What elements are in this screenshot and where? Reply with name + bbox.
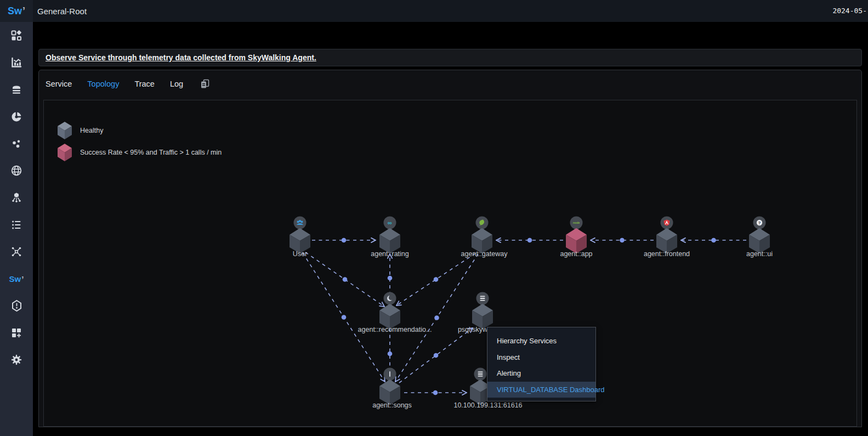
context-menu-item-alerting[interactable]: Alerting	[487, 365, 595, 382]
skywalking-logo[interactable]: Sw’	[0, 0, 33, 22]
topology-node-label: agent::songs	[372, 401, 412, 409]
sidebar-item-dots[interactable]	[0, 130, 33, 157]
sidebar: Sw’	[0, 22, 33, 436]
main-panel: ServiceTopologyTraceLog	[38, 70, 862, 427]
topology-node-label: agent::rating	[371, 250, 409, 258]
copy-icon[interactable]	[200, 78, 211, 89]
sw-logo: Sw’	[9, 274, 24, 284]
top-bar: Sw’ General-Root 2024-05-	[0, 0, 868, 22]
globe-icon	[10, 165, 22, 177]
alert-icon	[10, 299, 23, 312]
observe-banner: Observe Service through telemetry data c…	[38, 49, 862, 66]
topology-node-label: agent::app	[560, 250, 592, 258]
tab-topology[interactable]: Topology	[87, 80, 119, 88]
context-menu: Hierarchy ServicesInspectAlertingVIRTUAL…	[487, 327, 596, 401]
layers-icon	[10, 83, 22, 95]
topology-node-label: 10.100.199.131:61616	[453, 401, 522, 409]
sidebar-item-sw-logo[interactable]: Sw’	[0, 265, 33, 292]
sidebar-item-alert[interactable]	[0, 292, 33, 319]
topology-node-label: User	[293, 250, 307, 258]
observe-banner-link[interactable]: Observe Service through telemetry data c…	[46, 53, 316, 62]
context-menu-item-virtual-database-dashboard[interactable]: VIRTUAL_DATABASE Dashboard	[487, 382, 595, 398]
sidebar-item-bar-chart[interactable]	[0, 49, 33, 76]
sidebar-item-pie-chart[interactable]	[0, 103, 33, 130]
context-menu-item-hierarchy-services[interactable]: Hierarchy Services	[487, 333, 595, 349]
page-title: General-Root	[37, 7, 87, 16]
sidebar-item-gear[interactable]	[0, 347, 33, 373]
tab-trace[interactable]: Trace	[134, 80, 155, 88]
sidebar-item-server-list[interactable]	[0, 211, 33, 238]
sidebar-item-grid-plus[interactable]	[0, 319, 33, 346]
bar-chart-icon	[10, 56, 22, 69]
pie-chart-icon	[10, 111, 22, 123]
sidebar-item-molecule[interactable]	[0, 184, 33, 211]
tab-service[interactable]: Service	[46, 80, 72, 88]
skywalking-logo-curl: ’	[22, 5, 25, 17]
sidebar-item-layers[interactable]	[0, 76, 33, 103]
sidebar-item-mesh[interactable]	[0, 238, 33, 265]
grid-plus-icon	[10, 327, 22, 339]
tab-bar: ServiceTopologyTraceLog	[39, 70, 861, 98]
topology-node-label: agent::ui	[746, 250, 773, 258]
topology-node-label: agent::gateway	[461, 250, 508, 258]
skywalking-logo-text: Sw	[8, 5, 22, 17]
dashboard-icon	[10, 30, 22, 42]
topology-node-label: psql.skyw	[458, 326, 488, 333]
sidebar-item-dashboard[interactable]	[0, 22, 33, 49]
mesh-icon	[10, 246, 22, 258]
tab-log[interactable]: Log	[170, 80, 183, 88]
sidebar-item-globe[interactable]	[0, 157, 33, 184]
molecule-icon	[10, 191, 22, 203]
topology-node-label: agent::recommendatio...	[358, 326, 432, 333]
server-list-icon	[10, 219, 22, 231]
datetime-picker[interactable]: 2024-05-	[832, 0, 868, 22]
svg-text:?: ?	[758, 220, 761, 225]
context-menu-item-inspect[interactable]: Inspect	[487, 349, 595, 366]
svg-text:node: node	[573, 221, 580, 224]
gear-icon	[10, 354, 22, 366]
topology-node-label: agent::frontend	[644, 250, 690, 258]
dots-icon	[10, 138, 22, 150]
topology-canvas	[43, 100, 857, 427]
svg-text:∞: ∞	[388, 219, 392, 226]
